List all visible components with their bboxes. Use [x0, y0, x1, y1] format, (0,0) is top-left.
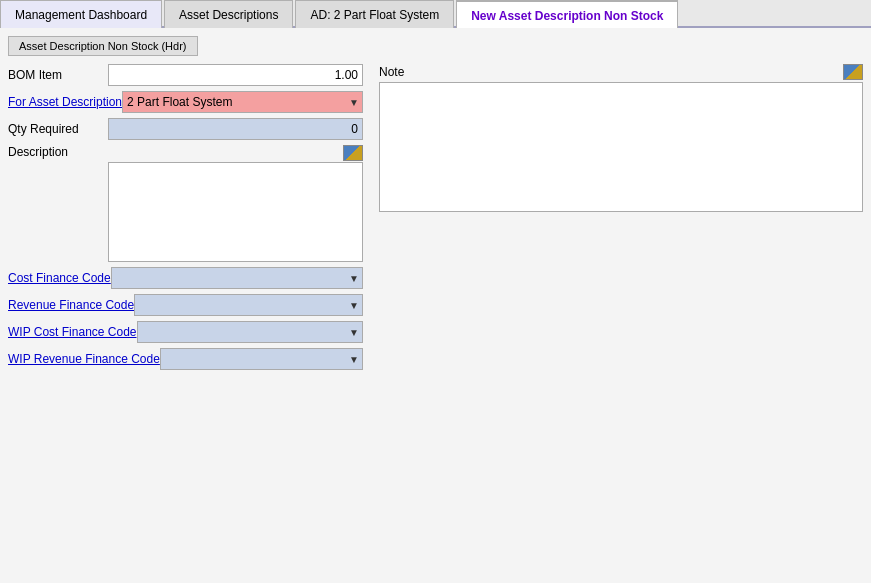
sub-tab-bar: Asset Description Non Stock (Hdr): [8, 36, 863, 56]
wip-cost-dropdown[interactable]: ▼: [137, 321, 363, 343]
form-layout: BOM Item For Asset Description 2 Part Fl…: [8, 64, 863, 375]
wip-revenue-dropdown[interactable]: ▼: [160, 348, 363, 370]
tab-asset-descriptions[interactable]: Asset Descriptions: [164, 0, 293, 28]
cost-finance-row: Cost Finance Code ▼: [8, 267, 363, 289]
for-asset-select[interactable]: 2 Part Float System: [122, 91, 363, 113]
for-asset-dropdown[interactable]: 2 Part Float System ▼: [122, 91, 363, 113]
bom-item-label: BOM Item: [8, 68, 108, 82]
qty-required-row: Qty Required: [8, 118, 363, 140]
description-edit-icon[interactable]: [343, 145, 363, 161]
note-edit-icon[interactable]: [843, 64, 863, 80]
bom-item-input[interactable]: [108, 64, 363, 86]
wip-revenue-row: WIP Revenue Finance Code ▼: [8, 348, 363, 370]
cost-finance-select[interactable]: [111, 267, 363, 289]
tab-bar: Management Dashboard Asset Descriptions …: [0, 0, 871, 28]
cost-finance-label[interactable]: Cost Finance Code: [8, 271, 111, 285]
sub-tab-hdr[interactable]: Asset Description Non Stock (Hdr): [8, 36, 198, 56]
description-row: Description: [8, 145, 363, 262]
note-header: Note: [379, 64, 863, 80]
wip-cost-row: WIP Cost Finance Code ▼: [8, 321, 363, 343]
main-content: Asset Description Non Stock (Hdr) BOM It…: [0, 28, 871, 583]
for-asset-label[interactable]: For Asset Description: [8, 95, 122, 109]
description-toolbar: [108, 145, 363, 161]
note-label: Note: [379, 65, 404, 79]
tab-management[interactable]: Management Dashboard: [0, 0, 162, 28]
wip-cost-label[interactable]: WIP Cost Finance Code: [8, 325, 137, 339]
note-section: Note: [379, 64, 863, 212]
bom-item-row: BOM Item: [8, 64, 363, 86]
description-textarea[interactable]: [108, 162, 363, 262]
qty-required-label: Qty Required: [8, 122, 108, 136]
for-asset-row: For Asset Description 2 Part Float Syste…: [8, 91, 363, 113]
description-right: [108, 145, 363, 262]
wip-revenue-label[interactable]: WIP Revenue Finance Code: [8, 352, 160, 366]
revenue-finance-dropdown[interactable]: ▼: [134, 294, 363, 316]
revenue-finance-label[interactable]: Revenue Finance Code: [8, 298, 134, 312]
note-textarea[interactable]: [379, 82, 863, 212]
description-label: Description: [8, 145, 108, 159]
tab-new-asset[interactable]: New Asset Description Non Stock: [456, 0, 678, 28]
revenue-finance-row: Revenue Finance Code ▼: [8, 294, 363, 316]
revenue-finance-select[interactable]: [134, 294, 363, 316]
right-column: Note: [379, 64, 863, 375]
left-column: BOM Item For Asset Description 2 Part Fl…: [8, 64, 363, 375]
cost-finance-dropdown[interactable]: ▼: [111, 267, 363, 289]
qty-required-input[interactable]: [108, 118, 363, 140]
tab-ad-2-part[interactable]: AD: 2 Part Float System: [295, 0, 454, 28]
wip-revenue-select[interactable]: [160, 348, 363, 370]
wip-cost-select[interactable]: [137, 321, 363, 343]
